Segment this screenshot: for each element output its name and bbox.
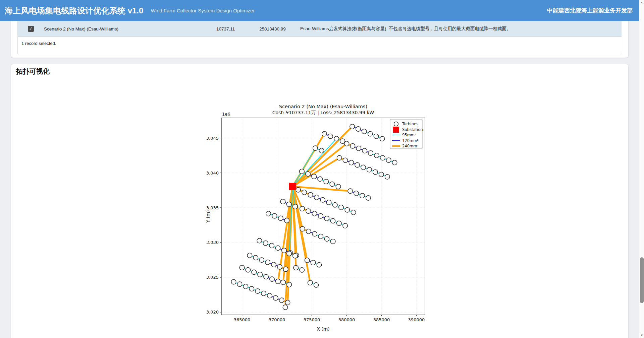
- selection-status-text: 1 record selected.: [21, 41, 56, 46]
- svg-text:370000: 370000: [269, 317, 285, 322]
- svg-text:380000: 380000: [338, 317, 355, 322]
- topology-chart-image: 3650003700003750003800003850003900003.02…: [178, 99, 446, 335]
- svg-text:3.020: 3.020: [206, 310, 219, 315]
- svg-text:3.035: 3.035: [206, 205, 219, 210]
- svg-text:120mm²: 120mm²: [402, 138, 419, 143]
- table-row[interactable]: ✓ Scenario 2 (No Max) (Esau-Williams) 10…: [18, 21, 622, 37]
- svg-text:3.030: 3.030: [206, 240, 219, 245]
- svg-text:95mm²: 95mm²: [402, 133, 416, 137]
- svg-text:3.045: 3.045: [206, 136, 219, 141]
- vertical-scrollbar[interactable]: ▲ ▼: [639, 0, 644, 338]
- scroll-down-icon[interactable]: ▼: [639, 333, 644, 338]
- scrollbar-thumb[interactable]: [640, 257, 644, 303]
- app-subtitle: Wind Farm Collector System Design Optimi…: [151, 8, 255, 13]
- svg-text:375000: 375000: [304, 317, 320, 322]
- svg-text:Cost: ¥10737.11万 | Loss: 25813: Cost: ¥10737.11万 | Loss: 25813430.99 kW: [272, 110, 374, 116]
- page-root: ✓ Scenario 2 (No Max) (Esau-Williams) 10…: [0, 0, 644, 338]
- scenario-name-cell: Scenario 2 (No Max) (Esau-Williams): [44, 26, 118, 31]
- svg-text:Y (m): Y (m): [205, 210, 211, 223]
- svg-text:3.025: 3.025: [206, 275, 219, 280]
- topology-card: 拓扑可视化 3650003700003750003800003850003900…: [11, 64, 628, 338]
- svg-text:1e6: 1e6: [222, 112, 230, 117]
- scenario-loss-cell: 25813430.99: [259, 26, 286, 31]
- svg-text:Scenario 2 (No Max) (Esau-Will: Scenario 2 (No Max) (Esau-Williams): [279, 104, 367, 109]
- app-title: 海上风电场集电线路设计优化系统 v1.0: [5, 5, 143, 16]
- svg-text:X (m): X (m): [317, 326, 330, 332]
- scenario-description-cell: Esau-Williams启发式算法(权衡距离与容量); 不包含可选电缆型号，且…: [300, 26, 511, 32]
- app-header: 海上风电场集电线路设计优化系统 v1.0 Wind Farm Collector…: [0, 0, 644, 21]
- section-title: 拓扑可视化: [16, 67, 50, 76]
- scenario-cost-cell: 10737.11: [216, 26, 235, 31]
- scroll-up-icon[interactable]: ▲: [639, 0, 644, 5]
- svg-text:385000: 385000: [373, 317, 390, 322]
- row-checkbox-checked-icon[interactable]: ✓: [28, 26, 34, 32]
- svg-text:3.040: 3.040: [206, 171, 219, 176]
- svg-text:390000: 390000: [408, 317, 425, 322]
- svg-text:240mm²: 240mm²: [402, 144, 419, 148]
- svg-text:Substation: Substation: [402, 127, 423, 132]
- svg-text:365000: 365000: [234, 317, 251, 322]
- app-org-label: 中能建西北院海上能源业务开发部: [547, 7, 633, 14]
- svg-text:Turbines: Turbines: [402, 122, 418, 126]
